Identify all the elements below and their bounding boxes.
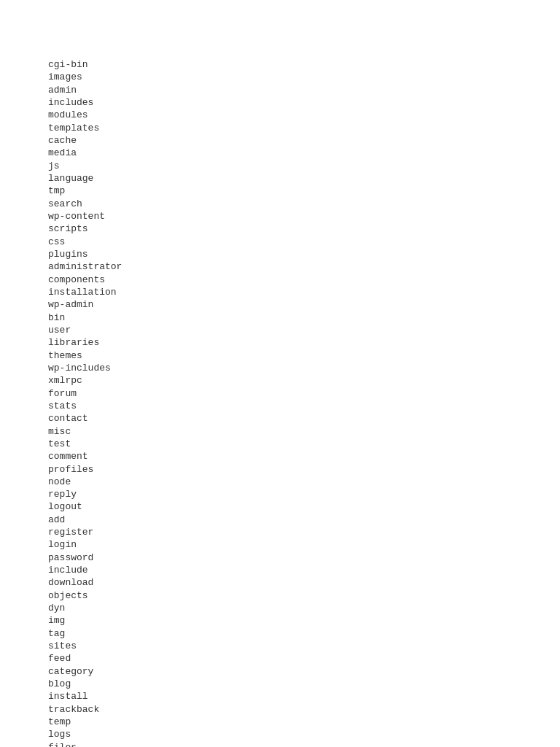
directory-item: user <box>48 324 560 336</box>
directory-item: templates <box>48 122 560 134</box>
directory-item: test <box>48 438 560 450</box>
directory-item: js <box>48 160 560 172</box>
directory-item: administrator <box>48 260 560 273</box>
directory-item: forum <box>48 387 560 400</box>
directory-item: register <box>48 526 560 538</box>
directory-item: logs <box>48 728 560 740</box>
directory-item: tag <box>48 627 560 640</box>
directory-item: category <box>48 665 560 678</box>
directory-item: stats <box>48 400 560 412</box>
directory-item: password <box>48 551 560 564</box>
directory-item: add <box>48 514 560 526</box>
directory-item: contact <box>48 412 560 425</box>
directory-item: reply <box>48 488 560 500</box>
directory-item: include <box>48 564 560 576</box>
directory-item: wp-admin <box>48 298 560 311</box>
directory-item: themes <box>48 349 560 362</box>
directory-item: trackback <box>48 703 560 716</box>
directory-item: cgi-bin <box>48 58 560 71</box>
directory-item: scripts <box>48 222 560 235</box>
directory-item: node <box>48 476 560 488</box>
directory-item: plugins <box>48 248 560 260</box>
directory-item: bin <box>48 311 560 324</box>
directory-item: misc <box>48 425 560 438</box>
directory-item: installation <box>48 286 560 298</box>
directory-item: img <box>48 614 560 627</box>
directory-item: objects <box>48 589 560 602</box>
directory-item: media <box>48 147 560 159</box>
directory-item: logout <box>48 500 560 513</box>
directory-item: login <box>48 538 560 551</box>
directory-item: temp <box>48 716 560 728</box>
directory-item: wp-content <box>48 210 560 222</box>
directory-item: modules <box>48 109 560 121</box>
directory-item: download <box>48 576 560 589</box>
directory-item: tmp <box>48 185 560 197</box>
directory-item: comment <box>48 450 560 462</box>
directory-item: cache <box>48 134 560 147</box>
directory-item: sites <box>48 640 560 652</box>
directory-item: feed <box>48 652 560 665</box>
directory-item: blog <box>48 678 560 690</box>
directory-item: search <box>48 198 560 210</box>
directory-item: profiles <box>48 463 560 476</box>
directory-item: wp-includes <box>48 362 560 374</box>
directory-item: images <box>48 71 560 83</box>
directory-item: css <box>48 236 560 248</box>
directory-list: cgi-binimagesadminincludesmodulestemplat… <box>48 58 560 747</box>
directory-item: libraries <box>48 336 560 349</box>
directory-item: files <box>48 741 560 747</box>
directory-item: dyn <box>48 602 560 614</box>
directory-item: includes <box>48 96 560 109</box>
directory-item: language <box>48 172 560 185</box>
directory-item: components <box>48 274 560 286</box>
directory-item: admin <box>48 84 560 96</box>
directory-item: xmlrpc <box>48 374 560 387</box>
directory-item: install <box>48 690 560 703</box>
